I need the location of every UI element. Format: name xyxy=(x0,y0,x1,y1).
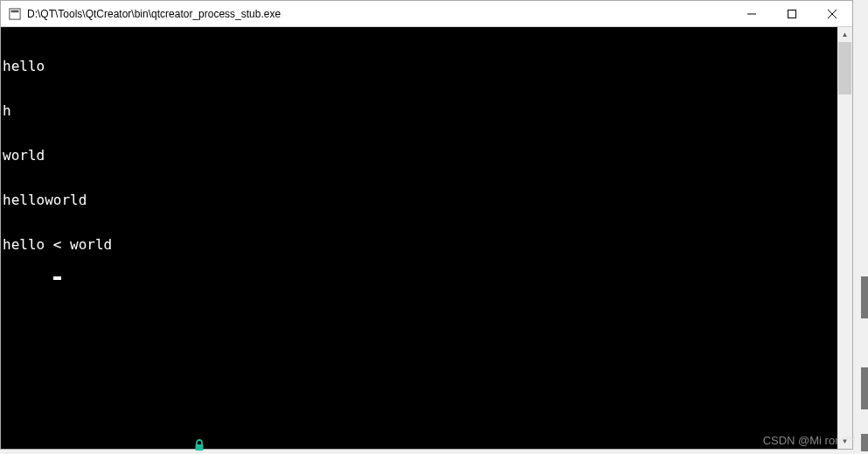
scrollbar-down-arrow[interactable]: ▼ xyxy=(837,434,852,449)
scrollbar-up-arrow[interactable]: ▲ xyxy=(837,27,852,42)
titlebar[interactable]: D:\QT\Tools\QtCreator\bin\qtcreator_proc… xyxy=(1,1,852,27)
console-line: world xyxy=(3,148,837,163)
svg-rect-1 xyxy=(11,10,19,12)
svg-rect-6 xyxy=(196,444,204,451)
console-line: h xyxy=(3,103,837,118)
app-icon xyxy=(8,7,22,21)
vertical-scrollbar[interactable]: ▲ ▼ xyxy=(837,27,852,449)
console-line: helloworld xyxy=(3,192,837,207)
console-output[interactable]: hello h world helloworld hello < world xyxy=(1,27,837,449)
scrollbar-thumb[interactable] xyxy=(838,42,851,94)
cursor xyxy=(53,276,61,280)
maximize-button[interactable] xyxy=(772,1,812,26)
console-window: D:\QT\Tools\QtCreator\bin\qtcreator_proc… xyxy=(0,0,853,450)
console-line: hello xyxy=(3,59,837,73)
side-indicator xyxy=(861,367,868,409)
close-button[interactable] xyxy=(812,1,852,26)
console-line: hello < world xyxy=(3,237,837,252)
window-title: D:\QT\Tools\QtCreator\bin\qtcreator_proc… xyxy=(27,8,732,20)
console-area: hello h world helloworld hello < world ▲… xyxy=(1,27,852,449)
lock-icon xyxy=(192,438,206,452)
svg-rect-3 xyxy=(788,10,796,17)
side-indicator xyxy=(861,276,868,318)
minimize-button[interactable] xyxy=(732,1,772,26)
side-indicator xyxy=(861,434,868,451)
window-controls xyxy=(732,1,852,26)
